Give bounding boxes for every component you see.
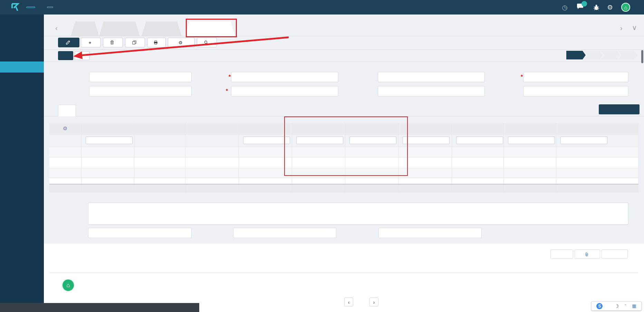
search-amount-input[interactable]	[508, 136, 555, 144]
col-header-amount[interactable]	[503, 123, 556, 134]
tab-scroll-right-icon[interactable]: ›	[620, 24, 623, 32]
biz-type-field[interactable]	[231, 72, 338, 82]
discounted-amount-field[interactable]	[378, 228, 482, 238]
col-header-product[interactable]	[81, 123, 134, 134]
status-step-confirmed[interactable]	[584, 51, 603, 59]
warehouse-field[interactable]	[231, 86, 338, 96]
col-header-spec[interactable]	[134, 123, 185, 134]
salesman-field[interactable]	[378, 72, 485, 82]
sidebar-item-barcode[interactable]	[0, 129, 44, 140]
settings-gear-icon[interactable]: ⚙	[607, 4, 613, 11]
status-step-cancelled[interactable]	[618, 51, 637, 59]
sidebar-item-reports[interactable]	[0, 196, 44, 207]
sidebar-item-purchase[interactable]	[0, 62, 44, 73]
trash-icon	[110, 40, 114, 45]
tab-scroll-left-icon[interactable]: ‹	[55, 24, 58, 32]
bug-icon[interactable]	[593, 4, 599, 10]
tab-list-dropdown-icon[interactable]: ∨	[632, 23, 637, 32]
edit-button[interactable]	[58, 38, 79, 47]
app-logo-icon	[11, 3, 20, 12]
clock-icon[interactable]: ◷	[562, 4, 568, 11]
sidebar-item-todo[interactable]	[0, 184, 44, 195]
sidebar-item-warehouse[interactable]	[0, 173, 44, 184]
search-location-input[interactable]	[403, 136, 450, 144]
doc-tab-new[interactable]	[71, 21, 99, 36]
search-product-input[interactable]	[86, 136, 133, 144]
add-field-button[interactable]	[550, 249, 573, 259]
remark-textarea[interactable]	[88, 202, 628, 225]
col-header-qualified-qty[interactable]	[292, 123, 345, 134]
sidebar-item-production[interactable]	[0, 95, 44, 106]
sidebar-item-planning[interactable]	[0, 84, 44, 95]
ime-moon-icon[interactable]: ☽	[614, 303, 619, 309]
search-qualified-qty-input[interactable]	[296, 136, 343, 144]
search-price-input[interactable]	[456, 136, 503, 144]
user-avatar[interactable]: ⌂	[621, 3, 630, 12]
confirm-button[interactable]	[58, 51, 73, 60]
col-header-demand-qty[interactable]	[239, 123, 292, 134]
pager-next-icon[interactable]: ›	[369, 297, 378, 306]
column-settings-gear-icon[interactable]: ⚙	[63, 125, 67, 131]
status-step-draft[interactable]	[566, 51, 586, 59]
print-button[interactable]	[147, 38, 166, 47]
biz-type-label	[201, 72, 226, 82]
sidebar-item-sales[interactable]	[0, 50, 44, 62]
table-row[interactable]	[49, 146, 638, 157]
source-doc-field[interactable]	[523, 86, 628, 96]
sidebar-item-approval[interactable]	[0, 151, 44, 162]
ship-address-field[interactable]	[89, 86, 192, 96]
discount-rate-field[interactable]	[88, 228, 192, 238]
partner-field[interactable]	[89, 72, 192, 82]
sidebar-item-quality[interactable]	[0, 162, 44, 173]
sidebar-item-receivable-payable[interactable]	[0, 73, 44, 84]
pager-prev-icon[interactable]: ‹	[344, 297, 353, 306]
sidebar-item-attendance[interactable]	[0, 140, 44, 151]
col-header-price[interactable]	[452, 123, 503, 134]
sidebar-item-home[interactable]	[0, 17, 44, 28]
ime-punctuation-icon[interactable]: ”	[625, 303, 626, 309]
payment-discount-field[interactable]	[233, 228, 336, 238]
ime-keyboard-icon[interactable]: ▦	[632, 303, 636, 309]
transfer-date-label	[490, 72, 518, 82]
sidebar-item-expense[interactable]	[0, 207, 44, 218]
more-actions-button[interactable]: ⚙	[168, 38, 195, 47]
log-button[interactable]	[602, 249, 628, 259]
col-header-unqualified-qty[interactable]	[345, 123, 398, 134]
ime-brand-icon[interactable]: S	[596, 303, 603, 309]
ime-toolbar[interactable]: S ☽ ” ▦	[591, 301, 642, 311]
tab-demand[interactable]	[58, 105, 76, 116]
col-header-remark[interactable]	[556, 123, 638, 134]
sidebar-item-ledger[interactable]	[0, 39, 44, 50]
total-amount	[503, 184, 556, 192]
messages-button[interactable]	[577, 3, 584, 11]
discounted-amount-label	[346, 228, 377, 238]
transfer-date-field[interactable]	[523, 72, 628, 82]
doc-tab-whin00089[interactable]	[185, 21, 235, 36]
status-step-done[interactable]	[601, 51, 620, 59]
copy-button[interactable]	[125, 38, 145, 47]
sidebar-item-equipment[interactable]	[0, 218, 44, 229]
col-header-location[interactable]	[398, 123, 452, 134]
create-button[interactable]: +	[81, 38, 101, 47]
cancel-button[interactable]	[75, 51, 90, 60]
doc-tab-tt999[interactable]	[99, 21, 140, 36]
attachments-button[interactable]	[575, 249, 600, 259]
table-row[interactable]	[49, 157, 638, 168]
search-unqualified-qty-input[interactable]	[349, 136, 396, 144]
sidebar-item-payroll[interactable]	[0, 117, 44, 129]
doc-tab-purchase-order[interactable]	[142, 21, 182, 36]
sidebar-item-workshop-material[interactable]	[0, 106, 44, 117]
link-check-button[interactable]	[197, 38, 217, 47]
salesman-label	[346, 72, 376, 82]
search-demand-qty-input[interactable]	[243, 136, 290, 144]
partner-label	[58, 72, 87, 82]
batch-add-demand-button[interactable]	[599, 104, 640, 114]
scrollbar-thumb[interactable]	[641, 50, 643, 63]
sidebar-item-documents[interactable]	[0, 28, 44, 39]
col-header-unit[interactable]	[185, 123, 239, 134]
search-remark-input[interactable]	[560, 136, 607, 144]
warehouse-keeper-field[interactable]	[378, 86, 485, 96]
delete-button[interactable]	[103, 38, 123, 47]
sidebar-item-dashboard[interactable]	[0, 229, 44, 240]
sidebar-item-work-report[interactable]	[0, 240, 44, 251]
